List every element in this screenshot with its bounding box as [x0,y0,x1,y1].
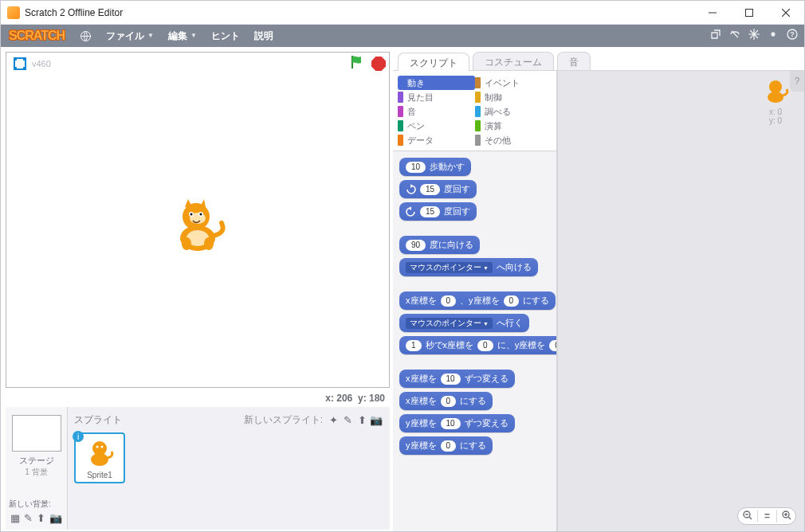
new-sprite-label: 新しいスプライト: [244,413,323,427]
svg-rect-8 [23,67,26,70]
menu-edit[interactable]: 編集▼ [161,25,204,47]
category-looks[interactable]: 見た目 [398,90,475,104]
maximize-button[interactable] [731,1,768,25]
help-tab[interactable]: ? [790,71,804,92]
svg-point-18 [204,237,214,250]
shrink-icon[interactable] [768,25,779,47]
block-palette[interactable]: 10歩動かす 15度回す 15度回す 90度に向ける [393,151,556,532]
app-icon [7,6,20,19]
category-data[interactable]: データ [398,133,475,147]
tab-costumes[interactable]: コスチューム [473,52,554,70]
category-more[interactable]: その他 [475,133,552,147]
block-turn-ccw[interactable]: 15度回す [399,202,477,221]
sprite-thumbnail[interactable]: i Sprite1 [74,432,125,483]
backdrop-paint-icon[interactable]: ✎ [24,512,33,524]
sprite-camera-icon[interactable]: 📷 [369,414,383,426]
green-flag-button[interactable] [349,54,365,74]
editor-tabs: スクリプト コスチューム 音 [393,47,804,71]
language-button[interactable] [73,30,99,42]
zoom-controls: = [737,507,796,525]
stage-label: ステージ [6,455,67,467]
stop-button[interactable] [371,57,386,71]
svg-rect-6 [23,57,26,61]
zoom-out-button[interactable] [738,510,757,522]
fullscreen-button[interactable] [10,54,30,73]
svg-rect-0 [746,9,753,16]
category-operators[interactable]: 演算 [475,119,552,133]
sprite-panel: ステージ 1 背景 新しい背景: ▦ ✎ ⬆ 📷 スプライト 新しいスプライト:… [6,407,390,530]
backdrop-library-icon[interactable]: ▦ [10,512,20,524]
block-point-towards[interactable]: マウスのポインター▼へ向ける [399,258,538,276]
block-point-dir[interactable]: 90度に向ける [399,236,480,254]
category-control[interactable]: 制御 [475,90,552,104]
project-name[interactable]: v460 [32,59,51,68]
window-title: Scratch 2 Offline Editor [25,7,123,18]
stage-canvas[interactable] [6,75,389,387]
tab-scripts[interactable]: スクリプト [398,53,469,71]
svg-point-16 [200,213,202,216]
active-sprite-indicator: x: 0 y: 0 [760,76,791,125]
category-sound[interactable]: 音 [398,104,475,119]
stage: v460 [6,52,390,388]
block-turn-cw[interactable]: 15度回す [399,180,477,198]
scratch-logo: SCRATCH [1,29,73,43]
menu-hints[interactable]: ヒント [204,25,247,47]
block-change-y[interactable]: y座標を10ずつ変える [399,414,515,432]
delete-icon[interactable] [729,25,740,47]
tab-sounds[interactable]: 音 [557,52,591,70]
zoom-in-button[interactable] [776,510,795,522]
category-pen[interactable]: ペン [398,119,475,133]
category-motion[interactable]: 動き [398,76,475,90]
sprite-library-icon[interactable]: ✦ [326,414,340,426]
category-events[interactable]: イベント [475,76,552,90]
minimize-button[interactable] [694,1,731,25]
close-button[interactable] [768,1,804,25]
stage-coords: x: 206 y: 180 [1,389,393,407]
sprite-info-button[interactable]: i [73,431,84,442]
svg-point-20 [92,441,107,456]
menu-file[interactable]: ファイル▼ [99,25,161,47]
sprite-on-stage[interactable] [164,194,228,258]
sprite-paint-icon[interactable]: ✎ [340,414,355,426]
help-icon[interactable]: ? [787,25,798,47]
svg-point-14 [190,213,193,216]
zoom-reset-button[interactable]: = [757,510,776,522]
block-change-x[interactable]: x座標を10ずつ変える [399,370,515,388]
block-move-steps[interactable]: 10歩動かす [399,158,471,176]
svg-text:?: ? [790,30,795,38]
block-categories: 動き 見た目 音 ペン データ イベント 制御 調べる 演算 その他 [393,71,556,151]
sprite-upload-icon[interactable]: ⬆ [355,414,369,426]
svg-point-17 [182,237,191,250]
block-glide[interactable]: 1秒でx座標を0に、y座標を0 [399,336,556,354]
svg-point-22 [101,445,104,448]
grow-icon[interactable] [748,25,760,47]
sprite-name: Sprite1 [87,471,112,479]
backdrop-camera-icon[interactable]: 📷 [49,512,62,524]
scripts-area[interactable]: ? x: 0 y: 0 = [557,71,804,532]
block-set-y[interactable]: y座標を0にする [399,436,493,455]
svg-rect-5 [14,57,17,61]
backdrop-upload-icon[interactable]: ⬆ [37,512,45,524]
backdrop-count: 1 背景 [6,467,67,478]
stage-thumbnail[interactable] [12,415,61,452]
menu-about[interactable]: 説明 [247,25,281,47]
svg-point-24 [769,80,782,93]
block-goto[interactable]: マウスのポインター▼へ行く [399,314,529,332]
svg-point-23 [768,92,783,103]
sprite-list-title: スプライト [74,413,122,427]
menu-bar: SCRATCH ファイル▼ 編集▼ ヒント 説明 ? [1,25,804,47]
duplicate-icon[interactable] [710,25,721,47]
new-backdrop-label: 新しい背景: [6,499,67,510]
category-sensing[interactable]: 調べる [475,104,552,119]
svg-point-21 [96,445,99,448]
svg-rect-7 [14,67,17,70]
toolbar-tools: ? [710,25,804,47]
window-titlebar: Scratch 2 Offline Editor [1,1,804,25]
block-goto-xy[interactable]: x座標を0、y座標を0にする [399,291,556,310]
block-set-x[interactable]: x座標を0にする [399,392,493,410]
